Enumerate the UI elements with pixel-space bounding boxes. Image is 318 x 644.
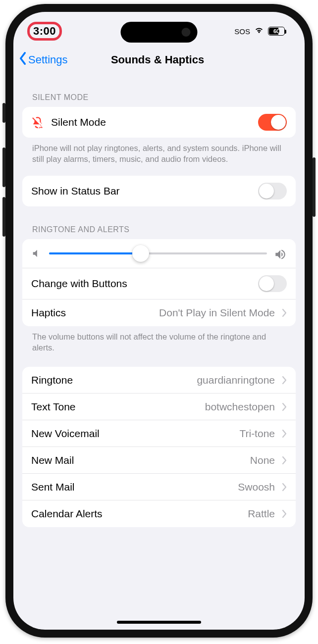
list-item-label: Text Tone <box>31 401 198 413</box>
chevron-right-icon <box>282 456 287 465</box>
power-hardware <box>313 157 316 217</box>
haptics-value: Don't Play in Silent Mode <box>159 307 275 319</box>
show-status-bar-toggle[interactable] <box>258 183 287 199</box>
nav-bar: Settings Sounds & Haptics <box>13 47 305 74</box>
chevron-right-icon <box>282 402 287 411</box>
row-haptics[interactable]: Haptics Don't Play in Silent Mode <box>22 299 296 326</box>
row-new-voicemail[interactable]: New Voicemail Tri-tone <box>22 420 296 447</box>
chevron-right-icon <box>282 429 287 438</box>
row-calendar-alerts[interactable]: Calendar Alerts Rattle <box>22 500 296 527</box>
screen: 3:00 SOS 60 Settings Sounds & <box>13 12 305 630</box>
volume-up-hardware <box>2 148 5 187</box>
group-status-bar: Show in Status Bar <box>22 176 296 206</box>
row-text-tone[interactable]: Text Tone botwchestopen <box>22 394 296 420</box>
dynamic-island <box>121 22 198 43</box>
row-show-status-bar[interactable]: Show in Status Bar <box>22 176 296 206</box>
chevron-right-icon <box>282 308 287 317</box>
row-change-with-buttons[interactable]: Change with Buttons <box>22 268 296 299</box>
group-ringtone-alerts: Change with Buttons Haptics Don't Play i… <box>22 239 296 326</box>
list-item-label: Calendar Alerts <box>31 508 241 520</box>
list-item-value: Tri-tone <box>239 428 275 440</box>
status-time: 3:00 <box>33 25 56 37</box>
group-sounds-list: Ringtone guardianringtone Text Tone botw… <box>22 367 296 527</box>
back-button[interactable]: Settings <box>18 51 68 68</box>
list-item-value: None <box>250 454 275 466</box>
list-item-label: New Voicemail <box>31 428 232 440</box>
phone-frame: 3:00 SOS 60 Settings Sounds & <box>5 4 313 638</box>
chevron-right-icon <box>282 376 287 385</box>
chevron-left-icon <box>18 51 27 68</box>
status-sos: SOS <box>234 27 250 36</box>
page-title: Sounds & Haptics <box>111 53 204 66</box>
row-new-mail[interactable]: New Mail None <box>22 447 296 474</box>
row-silent-mode[interactable]: Silent Mode <box>22 107 296 138</box>
home-indicator[interactable] <box>117 621 201 624</box>
volume-slider[interactable] <box>49 252 267 254</box>
volume-high-icon <box>274 248 287 259</box>
list-item-label: Ringtone <box>31 374 190 386</box>
volume-low-icon <box>31 248 42 259</box>
section-header-ringtone: RINGTONE AND ALERTS <box>22 206 296 239</box>
list-item-value: botwchestopen <box>205 401 275 413</box>
content-scroll[interactable]: SILENT MODE Silent Mode iPhone will not … <box>13 74 305 630</box>
battery-icon: 60 <box>268 27 285 36</box>
change-buttons-toggle[interactable] <box>258 275 287 292</box>
bell-off-icon <box>31 116 44 129</box>
list-item-label: New Mail <box>31 454 243 466</box>
volume-down-hardware <box>2 197 5 237</box>
haptics-label: Haptics <box>31 307 152 319</box>
list-item-value: guardianringtone <box>197 374 275 386</box>
section-header-silent: SILENT MODE <box>22 74 296 107</box>
row-sent-mail[interactable]: Sent Mail Swoosh <box>22 474 296 500</box>
chevron-right-icon <box>282 509 287 518</box>
change-buttons-label: Change with Buttons <box>31 278 251 290</box>
silent-mode-label: Silent Mode <box>51 116 251 128</box>
row-ringtone[interactable]: Ringtone guardianringtone <box>22 367 296 394</box>
chevron-right-icon <box>282 483 287 492</box>
ringtone-footer: The volume buttons will not affect the v… <box>22 326 296 353</box>
list-item-value: Rattle <box>248 508 275 520</box>
list-item-label: Sent Mail <box>31 481 231 493</box>
silent-mode-footer: iPhone will not play ringtones, alerts, … <box>22 138 296 165</box>
battery-percent: 60 <box>268 28 284 34</box>
show-status-bar-label: Show in Status Bar <box>31 185 251 197</box>
volume-slider-thumb[interactable] <box>132 245 149 262</box>
side-button-left <box>2 103 5 123</box>
silent-mode-toggle[interactable] <box>258 114 287 131</box>
list-item-value: Swoosh <box>238 481 275 493</box>
row-volume-slider[interactable] <box>22 239 296 268</box>
back-label: Settings <box>28 53 68 66</box>
group-silent-mode: Silent Mode <box>22 107 296 138</box>
wifi-icon <box>254 26 264 36</box>
